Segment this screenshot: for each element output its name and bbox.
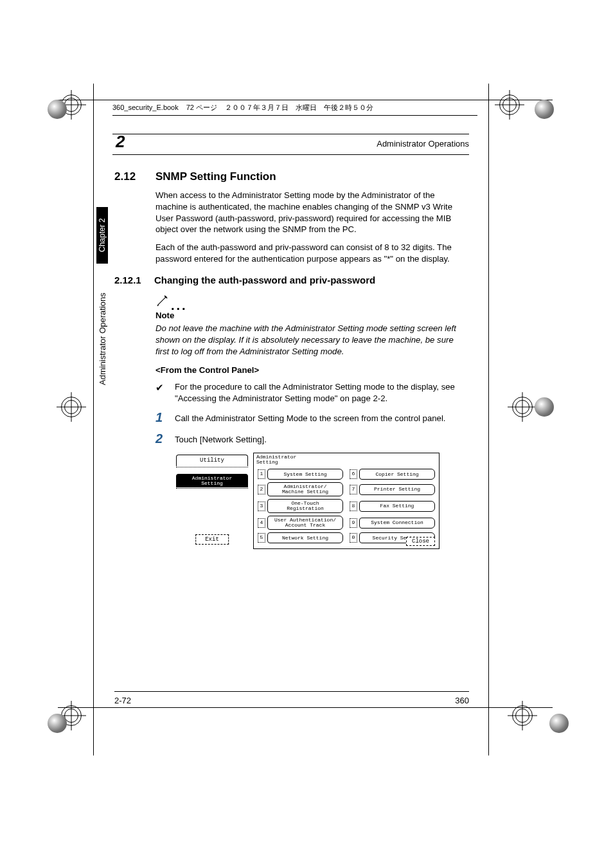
menu-item-number: 9 [350, 518, 357, 528]
admin-menu-item: 4User Authentication/ Account Track [258, 516, 343, 530]
source-date: ２００７年３月７日 水曜日 午後２時５０分 [225, 103, 373, 113]
source-page: 72 ページ [186, 103, 217, 113]
step-number: 1 [155, 411, 175, 424]
step-text: Call the Administrator Setting Mode to t… [175, 411, 469, 424]
menu-item-button[interactable]: User Authentication/ Account Track [267, 516, 343, 530]
page-content: 2.12 SNMP Setting Function When access t… [114, 167, 469, 549]
admin-menu-grid: 1System Setting6Copier Setting2Administr… [258, 469, 435, 543]
section-number: 2.12 [114, 170, 144, 185]
admin-menu-item: 6Copier Setting [350, 469, 435, 480]
step-number: 2 [155, 432, 175, 446]
device-panel-title: AdministratorSetting [256, 455, 296, 465]
device-right-panel: AdministratorSetting 1System Setting6Cop… [253, 453, 440, 549]
page-footer: 2-72 360 [114, 691, 469, 705]
menu-item-number: 8 [350, 502, 357, 511]
section-title: SNMP Setting Function [155, 170, 276, 185]
admin-setting-tab[interactable]: Administrator Setting [176, 474, 248, 487]
admin-menu-item: 1System Setting [258, 469, 343, 480]
crop-line-top [58, 100, 553, 100]
footer-page-number: 2-72 [114, 696, 131, 705]
checkmark-icon: ✔ [155, 381, 175, 404]
menu-item-number: 5 [258, 533, 265, 543]
menu-item-number: 4 [258, 518, 265, 528]
utility-tab[interactable]: Utility [176, 455, 248, 466]
menu-item-number: 3 [258, 502, 265, 511]
subsection-number: 2.12.1 [114, 274, 148, 287]
source-filename: 360_security_E.book [112, 104, 179, 111]
menu-item-number: 6 [350, 469, 357, 479]
step-2: 2 Touch [Network Setting]. [155, 432, 469, 446]
menu-item-button[interactable]: System Setting [267, 469, 343, 480]
panel-heading: <From the Control Panel> [155, 365, 469, 376]
subsection-heading: 2.12.1 Changing the auth-password and pr… [114, 274, 469, 287]
admin-menu-item: 5Network Setting [258, 532, 343, 543]
footer-model: 360 [455, 696, 469, 705]
step-text: Touch [Network Setting]. [175, 432, 469, 446]
menu-item-button[interactable]: Administrator/ Machine Setting [267, 482, 343, 496]
side-tab-section: Administrator Operations [96, 278, 108, 400]
section-para-2: Each of the auth-password and priv-passw… [155, 242, 469, 265]
admin-menu-item: 3One-Touch Registration [258, 499, 343, 513]
corner-ball-icon [48, 714, 67, 733]
checklist-text: For the procedure to call the Administra… [175, 381, 469, 404]
side-tab-chapter: Chapter 2 [96, 207, 108, 264]
step-1: 1 Call the Administrator Setting Mode to… [155, 411, 469, 424]
section-heading: 2.12 SNMP Setting Function [114, 170, 469, 185]
menu-item-button[interactable]: System Connection [359, 518, 435, 529]
corner-ball-icon [549, 714, 569, 733]
ellipsis-icon: ... [171, 303, 188, 307]
menu-item-button[interactable]: Printer Setting [359, 484, 435, 495]
admin-menu-item: 2Administrator/ Machine Setting [258, 482, 343, 496]
running-head-rule-top [112, 134, 469, 134]
registration-mark-icon [508, 392, 537, 422]
admin-menu-item: 8Fax Setting [350, 499, 435, 513]
note-body: Do not leave the machine with the Admini… [155, 323, 469, 357]
menu-item-number: 2 [258, 485, 265, 494]
chapter-number: 2 [116, 132, 125, 152]
corner-ball-icon [535, 100, 554, 119]
menu-item-button[interactable]: Network Setting [267, 532, 343, 543]
running-head-rule-bottom [112, 154, 469, 155]
section-para-1: When access to the Administrator Setting… [155, 190, 469, 235]
crop-line-left [93, 84, 94, 755]
crop-line-bottom [58, 707, 553, 708]
corner-ball-icon [48, 100, 67, 119]
page-source-header: 360_security_E.book 72 ページ ２００７年３月７日 水曜日… [112, 103, 477, 116]
menu-item-button[interactable]: One-Touch Registration [267, 499, 343, 513]
subsection-title: Changing the auth-password and priv-pass… [154, 274, 375, 287]
crop-line-right [488, 84, 489, 755]
registration-mark-icon [57, 392, 86, 422]
menu-item-button[interactable]: Copier Setting [359, 469, 435, 480]
corner-ball-icon [535, 397, 554, 417]
checklist-item: ✔ For the procedure to call the Administ… [155, 381, 469, 404]
registration-mark-icon [495, 90, 524, 120]
menu-item-button[interactable]: Fax Setting [359, 501, 435, 512]
side-tabs: Chapter 2 Administrator Operations [96, 207, 108, 400]
note-label: Note [155, 310, 469, 321]
menu-item-number: 0 [350, 533, 357, 543]
registration-mark-icon [508, 701, 537, 730]
admin-menu-item: 9System Connection [350, 516, 435, 530]
device-left-panel: Utility Administrator Setting Exit [176, 455, 248, 546]
menu-item-number: 7 [350, 485, 357, 494]
close-button[interactable]: Close [406, 537, 435, 546]
exit-button[interactable]: Exit [195, 534, 229, 545]
note-icon: ... [155, 293, 469, 307]
running-head: Administrator Operations [129, 139, 469, 149]
device-screenshot: Utility Administrator Setting Exit Admin… [176, 453, 440, 549]
menu-item-number: 1 [258, 469, 265, 479]
admin-menu-item: 7Printer Setting [350, 482, 435, 496]
